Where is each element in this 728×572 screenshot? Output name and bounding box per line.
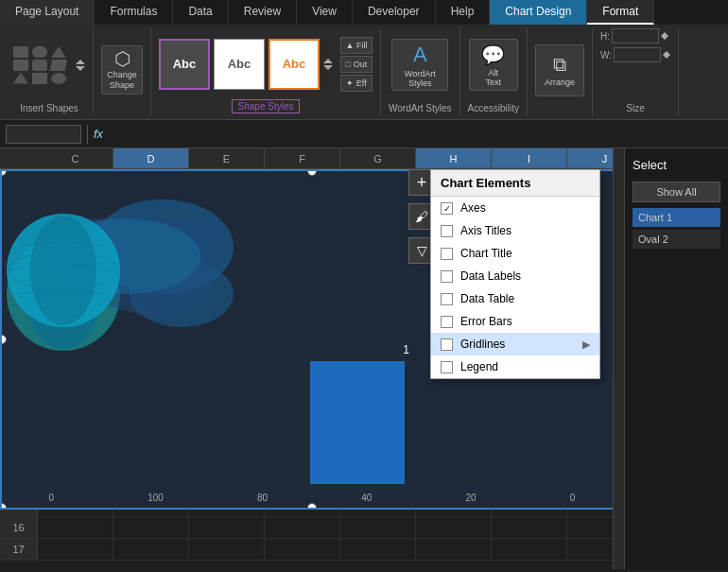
wordart-label: WordArtStyles [405, 69, 436, 88]
grid-cell[interactable] [38, 539, 113, 560]
shape-effects-button[interactable]: ✦ Eff [340, 75, 373, 92]
scroll-down-arrow[interactable] [76, 66, 85, 71]
scroll-up-arrow[interactable] [76, 60, 85, 64]
change-shape-button[interactable]: ⬡ Change Shape [101, 45, 143, 95]
popup-item-legend[interactable]: Legend [431, 355, 599, 378]
shape-style-2[interactable]: Abc [214, 39, 265, 90]
grid-cell[interactable] [113, 517, 189, 538]
shape-style-up[interactable] [323, 59, 333, 63]
axis-label-40: 40 [361, 493, 372, 503]
tab-format[interactable]: Format [587, 0, 654, 25]
popup-header: Chart Elements [431, 170, 599, 197]
shape-icon-rect1[interactable] [13, 46, 28, 58]
data-table-checkbox[interactable] [441, 293, 453, 305]
arrange-items: ⧉ Arrange [535, 28, 584, 112]
shape-icon-oval[interactable] [32, 46, 47, 58]
arrange-group: ⧉ Arrange [528, 28, 593, 115]
grid-cell[interactable] [265, 517, 340, 538]
popup-item-axis-titles[interactable]: Axis Titles [431, 219, 599, 242]
popup-item-axes[interactable]: Axes [431, 197, 599, 219]
grid-cell[interactable] [265, 539, 340, 560]
grid-cell[interactable] [189, 517, 265, 538]
legend-checkbox[interactable] [441, 361, 453, 373]
col-header-e: E [189, 148, 265, 168]
shape-icon-round[interactable] [32, 60, 47, 71]
popup-item-data-labels[interactable]: Data Labels [431, 265, 599, 287]
grid-cell[interactable] [416, 539, 492, 560]
wordart-icon: A [413, 43, 427, 67]
shape-icon-circ[interactable] [51, 73, 66, 84]
shape-style-3[interactable]: Abc [269, 39, 320, 90]
chart-bar [310, 361, 405, 484]
handle-bc[interactable] [307, 503, 317, 508]
name-box[interactable] [6, 125, 81, 144]
tab-help[interactable]: Help [436, 0, 491, 25]
shape-fill-button[interactable]: ▲ Fill [340, 37, 373, 54]
tab-formulas[interactable]: Formulas [95, 0, 173, 25]
shape-icon-tri[interactable] [51, 46, 66, 58]
width-down[interactable] [663, 55, 670, 59]
panel-item-oval2[interactable]: Oval 2 [633, 230, 720, 249]
grid-cell[interactable] [567, 539, 613, 560]
grid-cell[interactable] [38, 517, 113, 538]
alt-text-button[interactable]: 💬 AltText [469, 39, 518, 91]
shape-style-scroll[interactable] [323, 59, 333, 70]
panel-title-text: Select [633, 158, 667, 172]
panel-title: Select [633, 158, 720, 172]
grid-cell[interactable] [492, 539, 567, 560]
chart-title-checkbox[interactable] [441, 248, 453, 260]
shape-icon-rect2[interactable] [13, 60, 28, 71]
shape-style-1[interactable]: Abc [159, 39, 210, 90]
formula-input[interactable] [109, 128, 722, 141]
tab-view[interactable]: View [297, 0, 353, 25]
height-down[interactable] [661, 36, 668, 40]
formula-divider [87, 125, 88, 144]
data-labels-checkbox[interactable] [441, 270, 453, 283]
grid-cell[interactable] [113, 539, 189, 560]
shape-icon-line[interactable] [32, 73, 47, 84]
popup-item-gridlines[interactable]: Gridlines ▶ [431, 333, 599, 355]
shape-icon-tri2[interactable] [13, 73, 28, 84]
change-shape-label: Change Shape [102, 70, 142, 91]
col-header-j: J [567, 148, 613, 168]
shape-style-down[interactable] [323, 65, 333, 70]
col-header-row: C D E F G H I J [0, 148, 613, 169]
tab-developer[interactable]: Developer [353, 0, 436, 25]
size-items: H: W: [600, 28, 670, 101]
scroll-arrows[interactable] [76, 60, 85, 71]
popup-item-chart-title[interactable]: Chart Title [431, 242, 599, 265]
grid-cell[interactable] [340, 517, 416, 538]
gridlines-checkbox[interactable] [441, 338, 453, 351]
grid-cell[interactable] [340, 539, 416, 560]
popup-item-error-bars[interactable]: Error Bars [431, 310, 599, 333]
tab-page-layout[interactable]: Page Layout [0, 0, 95, 25]
col-header-f: F [265, 148, 340, 168]
wordart-button[interactable]: A WordArtStyles [391, 39, 448, 91]
tab-chart-design[interactable]: Chart Design [490, 0, 587, 25]
grid-cell[interactable] [567, 517, 613, 538]
vertical-scrollbar[interactable] [613, 148, 624, 569]
grid-cell[interactable] [492, 517, 567, 538]
arrange-button[interactable]: ⧉ Arrange [535, 44, 584, 96]
shape-styles-label: Shape Styles [238, 101, 294, 112]
accessibility-items: 💬 AltText [469, 28, 518, 101]
shape-icon-para[interactable] [50, 60, 67, 71]
grid-cell[interactable] [416, 517, 492, 538]
tab-review[interactable]: Review [229, 0, 297, 25]
axis-titles-checkbox[interactable] [441, 225, 453, 237]
tab-data[interactable]: Data [173, 0, 228, 25]
popup-item-data-table[interactable]: Data Table [431, 287, 599, 310]
formula-bar: fx [0, 120, 728, 148]
show-all-button[interactable]: Show All [633, 182, 720, 202]
axes-label: Axes [460, 201, 486, 215]
shape-outline-button[interactable]: □ Out [340, 56, 373, 73]
width-input[interactable] [614, 47, 661, 62]
error-bars-checkbox[interactable] [441, 316, 453, 328]
height-input[interactable] [612, 28, 659, 43]
panel-item-chart1[interactable]: Chart 1 [633, 208, 720, 227]
axes-checkbox[interactable] [441, 202, 453, 215]
handle-tc[interactable] [307, 171, 317, 176]
handle-bl[interactable] [2, 503, 7, 508]
grid-cell[interactable] [189, 539, 265, 560]
axis-label-20: 20 [466, 493, 477, 503]
